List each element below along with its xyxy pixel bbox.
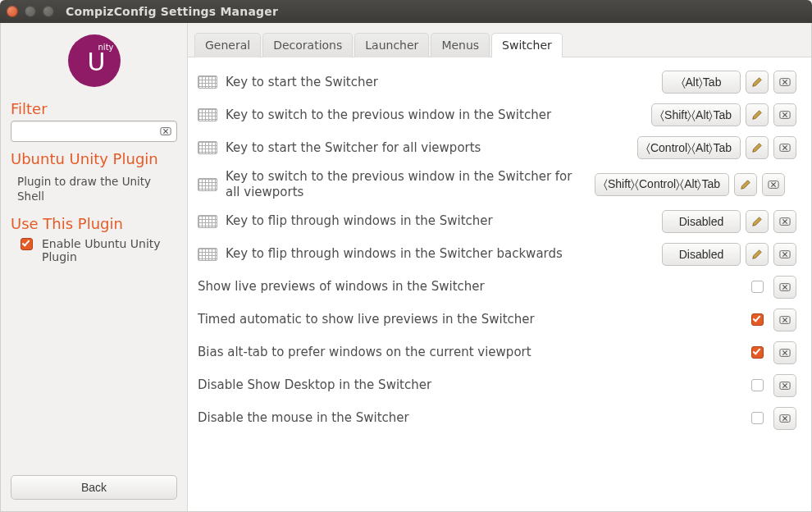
titlebar: CompizConfig Settings Manager — [0, 0, 812, 23]
bool-checkbox[interactable] — [751, 313, 764, 326]
edit-button[interactable] — [746, 243, 769, 266]
reset-icon — [768, 180, 779, 190]
pencil-icon — [751, 76, 763, 88]
reset-button[interactable] — [773, 136, 796, 159]
keyboard-icon — [198, 108, 217, 121]
tab-bar: General Decorations Launcher Menus Switc… — [188, 23, 811, 57]
key-row: Key to flip through windows in the Switc… — [196, 205, 798, 238]
keyboard-icon — [198, 248, 217, 261]
enable-plugin-checkbox[interactable] — [21, 238, 33, 250]
content-pane: General Decorations Launcher Menus Switc… — [188, 23, 811, 511]
reset-button[interactable] — [773, 210, 796, 233]
bool-row: Show live previews of windows in the Swi… — [196, 271, 798, 304]
reset-icon — [779, 282, 791, 292]
tab-switcher[interactable]: Switcher — [491, 33, 563, 57]
keyboard-icon — [198, 215, 217, 228]
key-row-label: Key to switch to the previous window in … — [226, 169, 586, 200]
pencil-icon — [751, 249, 763, 260]
reset-icon — [779, 315, 791, 325]
edit-button[interactable] — [746, 136, 769, 159]
keybinding-button[interactable]: 〈Control〉〈Alt〉Tab — [637, 136, 741, 159]
reset-icon — [779, 249, 791, 259]
key-row: Key to switch to the previous window in … — [196, 164, 798, 205]
bool-row-label: Show live previews of windows in the Swi… — [198, 279, 737, 295]
plugin-heading: Ubuntu Unity Plugin — [11, 150, 177, 167]
keybinding-button[interactable]: 〈Shift〉〈Alt〉Tab — [651, 103, 741, 126]
close-icon[interactable] — [7, 6, 18, 17]
use-plugin-heading: Use This Plugin — [11, 215, 177, 232]
reset-button[interactable] — [773, 103, 796, 126]
reset-icon — [779, 348, 791, 358]
plugin-logo — [11, 30, 177, 95]
settings-pane: Key to start the Switcher 〈Alt〉Tab Key t… — [188, 57, 811, 511]
minimize-icon[interactable] — [25, 6, 36, 17]
edit-button[interactable] — [746, 103, 769, 126]
filter-input[interactable] — [16, 124, 157, 139]
keybinding-button[interactable]: Disabled — [662, 243, 741, 266]
pencil-icon — [751, 216, 763, 227]
reset-icon — [779, 143, 791, 153]
bool-row: Bias alt-tab to prefer windows on the cu… — [196, 336, 798, 369]
reset-button[interactable] — [773, 407, 796, 430]
edit-button[interactable] — [734, 173, 757, 196]
reset-button[interactable] — [762, 173, 785, 196]
maximize-icon[interactable] — [43, 6, 54, 17]
bool-checkbox[interactable] — [751, 379, 764, 391]
reset-button[interactable] — [773, 243, 796, 266]
key-row-label: Key to start the Switcher — [226, 75, 654, 90]
key-row-label: Key to flip through windows in the Switc… — [226, 246, 654, 262]
enable-plugin-row[interactable]: Enable Ubuntu Unity Plugin — [11, 235, 177, 263]
key-row-label: Key to flip through windows in the Switc… — [226, 213, 654, 229]
reset-button[interactable] — [773, 374, 796, 397]
back-button[interactable]: Back — [11, 475, 177, 500]
keybinding-button[interactable]: Disabled — [662, 210, 741, 233]
bool-row: Disable Show Desktop in the Switcher — [196, 369, 798, 402]
unity-logo-icon — [68, 34, 121, 87]
reset-button[interactable] — [773, 309, 796, 331]
bool-row-label: Disable Show Desktop in the Switcher — [198, 377, 737, 393]
bool-row: Timed automatic to show live previews in… — [196, 304, 798, 336]
pencil-icon — [751, 142, 763, 153]
window-title: CompizConfig Settings Manager — [66, 5, 278, 18]
bool-row-label: Disable the mouse in the Switcher — [198, 410, 737, 426]
enable-plugin-label: Enable Ubuntu Unity Plugin — [42, 237, 177, 263]
bool-checkbox[interactable] — [751, 412, 764, 424]
keyboard-icon — [198, 178, 217, 191]
bool-row: Disable the mouse in the Switcher — [196, 402, 798, 435]
keybinding-button[interactable]: 〈Alt〉Tab — [662, 71, 741, 94]
reset-icon — [779, 414, 791, 423]
reset-button[interactable] — [773, 71, 796, 94]
edit-button[interactable] — [746, 71, 769, 94]
bool-checkbox[interactable] — [751, 346, 764, 359]
bool-row-label: Timed automatic to show live previews in… — [198, 312, 737, 327]
tab-general[interactable]: General — [194, 33, 261, 57]
key-row-label: Key to switch to the previous window in … — [226, 107, 643, 123]
key-row: Key to switch to the previous window in … — [196, 98, 798, 131]
reset-icon — [779, 217, 791, 226]
key-row: Key to start the Switcher 〈Alt〉Tab — [196, 66, 798, 98]
pencil-icon — [751, 109, 763, 121]
edit-button[interactable] — [746, 210, 769, 233]
reset-icon — [779, 381, 791, 391]
key-row: Key to flip through windows in the Switc… — [196, 238, 798, 271]
tab-menus[interactable]: Menus — [431, 33, 490, 57]
bool-checkbox[interactable] — [751, 281, 764, 293]
plugin-description: Plugin to draw the Unity Shell — [11, 171, 177, 207]
reset-icon — [779, 77, 791, 87]
filter-field-wrap — [11, 121, 177, 142]
reset-icon — [779, 110, 791, 120]
keybinding-button[interactable]: 〈Shift〉〈Control〉〈Alt〉Tab — [595, 173, 729, 196]
key-row-label: Key to start the Switcher for all viewpo… — [226, 140, 629, 156]
tab-decorations[interactable]: Decorations — [262, 33, 353, 57]
filter-heading: Filter — [11, 100, 177, 117]
tab-launcher[interactable]: Launcher — [354, 33, 429, 57]
keyboard-icon — [198, 141, 217, 154]
keyboard-icon — [198, 75, 217, 89]
reset-button[interactable] — [773, 341, 796, 364]
pencil-icon — [740, 179, 751, 190]
bool-row-label: Bias alt-tab to prefer windows on the cu… — [198, 345, 737, 360]
key-row: Key to start the Switcher for all viewpo… — [196, 131, 798, 164]
filter-clear-icon[interactable] — [158, 124, 173, 139]
sidebar: Filter Ubuntu Unity Plugin Plugin to dra… — [1, 23, 188, 511]
reset-button[interactable] — [773, 276, 796, 299]
